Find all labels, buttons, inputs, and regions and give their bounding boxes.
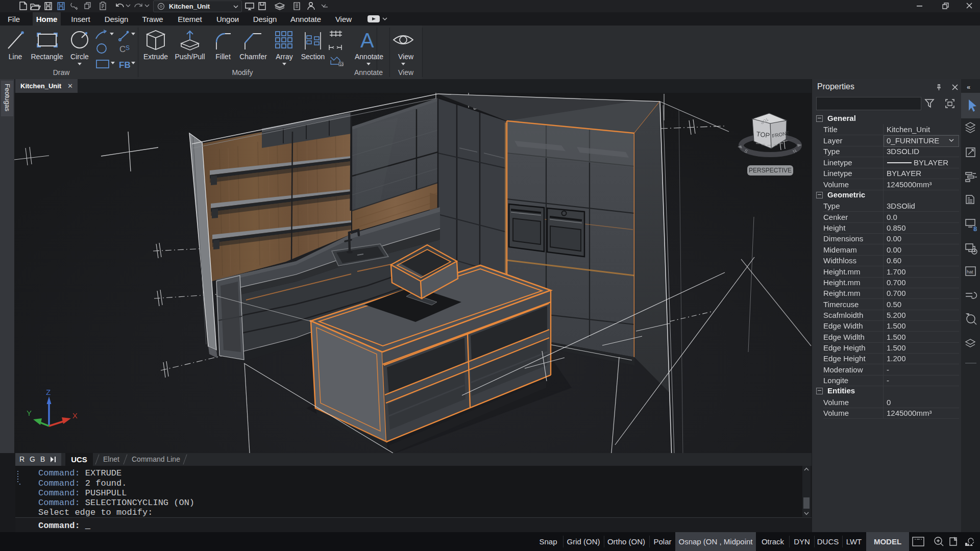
svg-text:«: « xyxy=(967,83,970,91)
svg-text:A: A xyxy=(360,29,374,52)
svg-text:8: 8 xyxy=(973,225,977,233)
svg-text:hat: hat xyxy=(967,269,973,274)
svg-text:Y: Y xyxy=(27,409,32,417)
svg-text:10: 10 xyxy=(339,63,344,66)
svg-text:TOP: TOP xyxy=(756,130,770,139)
svg-text:X: X xyxy=(72,411,78,420)
svg-text:FB: FB xyxy=(119,60,131,70)
svg-text:C: C xyxy=(119,44,126,54)
svg-text:S: S xyxy=(126,44,130,52)
svg-text:PERSPECTIVE: PERSPECTIVE xyxy=(749,167,792,174)
svg-text:Z: Z xyxy=(46,388,51,396)
